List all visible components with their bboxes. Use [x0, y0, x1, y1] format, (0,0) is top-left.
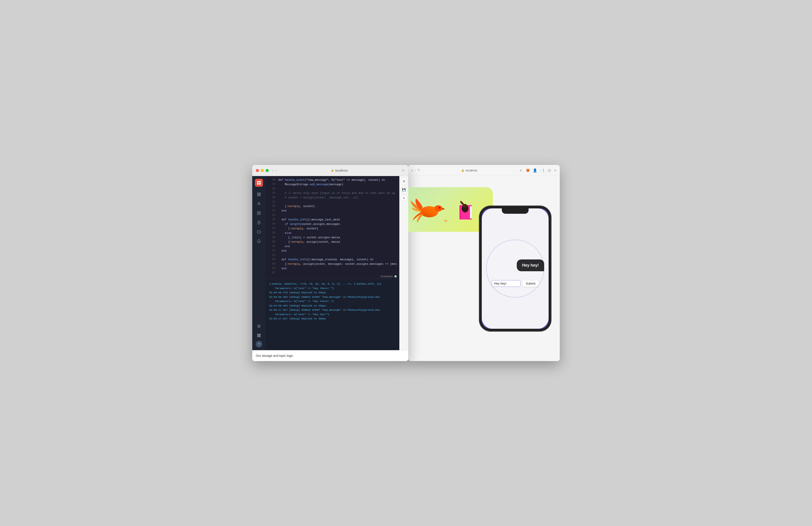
extension-icon[interactable]: 🦊 [525, 168, 531, 173]
code-line: 59 [_|tail] = socket.assigns.messa [266, 236, 399, 240]
code-line: 64 def handle_info({:message_created, me… [266, 257, 399, 262]
browser-content: TM [408, 176, 560, 361]
user-icon[interactable]: 👤 [532, 168, 538, 173]
console-line: Parameters: %{"text" => "Hey hey!"} [269, 312, 396, 317]
left-window: ‹ › 🔒 localhost ✕ [252, 165, 408, 361]
svg-rect-18 [259, 335, 259, 336]
browser-forward[interactable]: › [415, 168, 416, 173]
svg-point-26 [434, 205, 442, 212]
evaluated-bar: Evaluated [266, 274, 399, 279]
bookmark-icon[interactable]: 📑 [539, 168, 545, 173]
console-line: Parameters: %{"text" => "Hey there! "} [269, 299, 396, 303]
sidebar-item-bell[interactable] [255, 237, 263, 245]
back-button[interactable]: ‹ [272, 168, 274, 173]
url-text: localhost [466, 169, 477, 172]
console-line: 02:04:58.404 [debug] Replied in 388µs [269, 303, 396, 308]
right-toolbar: ⊞ 💾 ↻ [399, 176, 408, 350]
phone-notch [502, 209, 528, 214]
svg-point-8 [258, 202, 260, 204]
save-button[interactable]: 💾 [401, 186, 407, 193]
browser-url-bar[interactable]: 🔒 localhost [422, 169, 516, 172]
right-titlebar: ‹ › ↻ 🔒 localhost ≡ 🦊 👤 📑 ⊡ ✕ [408, 165, 560, 176]
code-block: 46def handle_event("new_message", %{"tex… [266, 176, 399, 274]
svg-rect-7 [259, 195, 261, 196]
code-line: 61 end [266, 244, 399, 249]
desktop: ‹ › 🔒 localhost ✕ [0, 0, 812, 526]
help-button[interactable]: ? [256, 341, 262, 347]
console-line: {:module, DemoTest, <<70, 79, 82, 49, 0,… [269, 282, 396, 286]
minimize-button[interactable] [261, 169, 264, 172]
code-line: 53 end [266, 209, 399, 213]
refresh-button[interactable]: ↻ [401, 195, 407, 201]
sidebar: ? [252, 176, 266, 350]
svg-rect-3 [259, 183, 261, 185]
svg-rect-6 [257, 195, 259, 196]
svg-point-28 [439, 207, 440, 209]
svg-rect-16 [260, 334, 261, 335]
svg-text:TM: TM [444, 220, 447, 222]
code-content: 46def handle_event("new_message", %{"tex… [266, 176, 399, 274]
chat-bubble: Hey hey! [517, 259, 544, 271]
layers-icon[interactable]: ≡ [518, 168, 523, 173]
kino-logo [456, 196, 478, 223]
svg-rect-19 [260, 335, 261, 336]
browser-navigation: ‹ › ↻ [411, 168, 420, 173]
code-line: 66 end [266, 266, 399, 271]
sidebar-item-list[interactable] [255, 209, 263, 217]
sidebar-item-lock[interactable] [255, 218, 263, 226]
code-line: 67 [266, 271, 399, 274]
sidebar-logo [255, 179, 263, 187]
code-line: 49 # // works only once (input is in foc… [266, 191, 399, 196]
maximize-button[interactable] [266, 169, 269, 172]
svg-rect-15 [259, 334, 259, 335]
close-button[interactable]: ✕ [554, 168, 557, 172]
code-line: 55 def handle_info({:message_last_dele [266, 217, 399, 222]
svg-rect-1 [259, 181, 261, 183]
svg-rect-17 [257, 335, 258, 336]
url-bar[interactable]: 🔒 localhost [278, 169, 400, 172]
browser-back[interactable]: ‹ [411, 168, 413, 173]
url-text: localhost [335, 169, 348, 172]
chat-bubble-container: Hey hey! [517, 259, 544, 271]
right-window: ‹ › ↻ 🔒 localhost ≡ 🦊 👤 📑 ⊡ ✕ [408, 165, 560, 361]
close-button[interactable] [256, 169, 259, 172]
bottom-text: Our storage and topic logic [256, 354, 293, 357]
titlebar-navigation: ‹ › [272, 168, 277, 173]
forward-button[interactable]: › [275, 168, 277, 173]
lock-icon: 🔒 [331, 169, 334, 172]
bottom-section: Our storage and topic logic [252, 350, 408, 361]
sidebar-item-grid2[interactable] [255, 331, 263, 339]
console-line: 02:05:17.827 [debug] Replied in 380µs [269, 316, 396, 321]
browser-refresh[interactable]: ↻ [418, 168, 420, 173]
sidebar-item-trash[interactable] [255, 322, 263, 330]
eval-status-dot [394, 275, 397, 278]
code-line: 52 {:noreply, socket} [266, 204, 399, 209]
phoenix-logo: TM [409, 196, 449, 223]
svg-marker-27 [442, 208, 445, 210]
console-area: {:module, DemoTest, <<70, 79, 82, 49, 0,… [266, 279, 399, 350]
svg-rect-0 [257, 181, 259, 183]
code-line: 58 else [266, 231, 399, 236]
code-line: 57 {:noreply, socket} [266, 226, 399, 231]
copy-button[interactable]: ⊞ [401, 178, 407, 185]
code-line: 63 [266, 253, 399, 257]
console-line: 02:04:56.278 [debug] Replied in 536µs [269, 290, 396, 295]
sidebar-item-folder[interactable] [255, 228, 263, 236]
sidebar-item-user[interactable] [255, 200, 263, 208]
code-line: 48 [266, 187, 399, 191]
close-icon[interactable]: ✕ [402, 168, 405, 172]
sidebar-item-grid[interactable] [255, 190, 263, 198]
code-line: 46def handle_event("new_message", %{"tex… [266, 178, 399, 182]
left-titlebar: ‹ › 🔒 localhost ✕ [252, 165, 408, 176]
code-line: 60 {:noreply, assign(socket, messa [266, 240, 399, 244]
code-editor: 46def handle_event("new_message", %{"tex… [266, 176, 399, 279]
code-line: 51 [266, 200, 399, 204]
window-controls [256, 169, 269, 172]
code-line: 62 end [266, 249, 399, 253]
window-icon[interactable]: ⊡ [547, 168, 552, 173]
svg-point-29 [440, 207, 440, 208]
code-line: 50 # socket = assign(socket, :message_va… [266, 196, 399, 200]
svg-rect-21 [259, 336, 259, 337]
code-line: 54 [266, 213, 399, 217]
code-line: 65 {:noreply, assign(socket, messages: s… [266, 262, 399, 266]
